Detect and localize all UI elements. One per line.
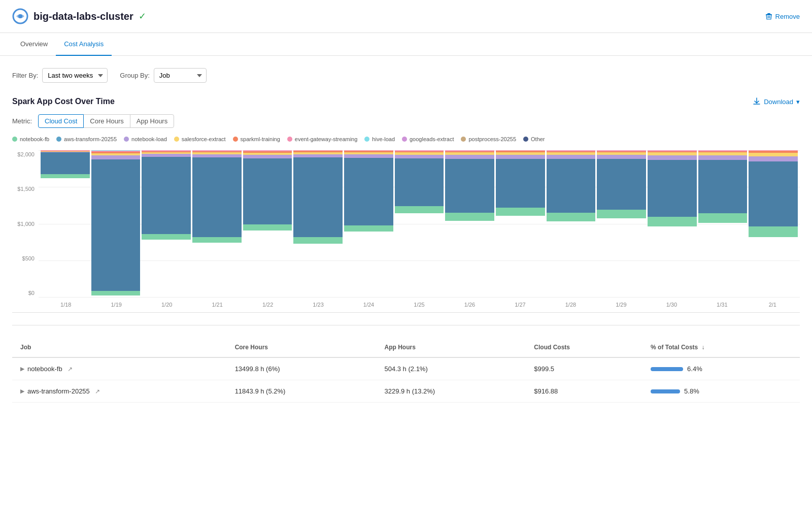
bar-segment [344, 158, 393, 225]
filter-by-label: Filter By: [12, 72, 38, 79]
metric-app-hours[interactable]: App Hours [130, 114, 174, 128]
sort-icon: ↓ [702, 344, 705, 351]
bar-segment [395, 206, 444, 213]
legend-dot-sparkml-training [233, 137, 238, 142]
x-label: 2/1 [748, 302, 798, 308]
legend-sparkml-training: sparkml-training [233, 136, 280, 142]
filter-bar: Filter By: Last two weeks Last week Last… [12, 68, 800, 83]
bar-group [344, 150, 393, 297]
x-label: 1/22 [243, 302, 293, 308]
bar-segment [547, 213, 596, 221]
bar-segment [445, 159, 494, 212]
progress-bar [651, 367, 683, 371]
legend-label-googleads-extract: googleads-extract [410, 136, 454, 142]
tab-cost-analysis[interactable]: Cost Analysis [56, 33, 112, 56]
bar-segment [749, 161, 798, 227]
svg-point-1 [18, 14, 22, 18]
expand-icon[interactable]: ▶ [20, 366, 24, 372]
cell-cloud-costs: $999.5 [526, 357, 642, 380]
download-chevron: ▾ [796, 98, 800, 106]
legend-label-other: Other [531, 136, 545, 142]
download-label: Download [764, 98, 793, 106]
legend-dot-notebook-load [124, 137, 129, 142]
table-row: ▶ aws-transform-20255 ↗ 11843.9 h (5.2%)… [12, 380, 800, 403]
bar-group [395, 150, 444, 297]
bar-segment [648, 217, 697, 226]
bar-segment [293, 237, 343, 244]
bar-segment [749, 226, 798, 237]
col-pct-total[interactable]: % of Total Costs ↓ [642, 338, 800, 357]
legend-label-salesforce-extract: salesforce-extract [182, 136, 226, 142]
cell-core-hours: 13499.8 h (6%) [227, 357, 377, 380]
bar-group [597, 150, 646, 297]
bar-segment [91, 291, 141, 295]
x-label: 1/23 [293, 302, 343, 308]
table-row: ▶ notebook-fb ↗ 13499.8 h (6%) 504.3 h (… [12, 357, 800, 380]
legend-postprocess: postprocess-20255 [461, 136, 516, 142]
x-label: 1/19 [91, 302, 141, 308]
expand-icon[interactable]: ▶ [20, 388, 24, 394]
legend-event-gateway: event-gateway-streaming [287, 136, 358, 142]
legend-label-hive-load: hive-load [372, 136, 395, 142]
legend-googleads-extract: googleads-extract [402, 136, 454, 142]
header: big-data-labs-cluster ✓ Remove Overview … [0, 0, 812, 56]
legend-notebook-load: notebook-load [124, 136, 167, 142]
bar-segment [597, 155, 646, 159]
x-label: 1/29 [596, 302, 646, 308]
x-label: 1/24 [344, 302, 394, 308]
cell-job: ▶ aws-transform-20255 ↗ [12, 380, 227, 403]
bar-segment [597, 210, 646, 218]
group-by-select[interactable]: Job User Application [154, 68, 207, 83]
tab-overview[interactable]: Overview [12, 33, 56, 56]
bar-segment [243, 224, 292, 230]
bar-segment [648, 160, 697, 217]
y-label-1500: $1,500 [17, 186, 35, 192]
chart-title: Spark App Cost Over Time [12, 97, 115, 106]
metric-core-hours[interactable]: Core Hours [83, 114, 130, 128]
legend-hive-load: hive-load [364, 136, 395, 142]
bar-segment [192, 157, 242, 237]
section-divider [12, 325, 800, 325]
legend-label-aws-transform: aws-transform-20255 [64, 136, 117, 142]
download-button[interactable]: Download ▾ [753, 97, 800, 106]
bar-segment [41, 174, 90, 178]
remove-button[interactable]: Remove [765, 13, 800, 20]
bar-segment [698, 155, 748, 160]
col-job: Job [12, 338, 227, 357]
filter-by-group: Filter By: Last two weeks Last week Last… [12, 68, 108, 83]
legend-aws-transform: aws-transform-20255 [56, 136, 117, 142]
external-link-icon[interactable]: ↗ [67, 366, 73, 373]
bar-segment [547, 159, 596, 212]
col-cloud-costs: Cloud Costs [526, 338, 642, 357]
tab-bar: Overview Cost Analysis [0, 33, 812, 56]
bar-segment [496, 208, 545, 216]
metric-cloud-cost[interactable]: Cloud Cost [38, 114, 84, 128]
y-label-1000: $1,000 [17, 221, 35, 227]
bar-segment [91, 159, 141, 291]
legend-dot-hive-load [364, 137, 369, 142]
external-link-icon[interactable]: ↗ [95, 388, 100, 395]
filter-by-select[interactable]: Last two weeks Last week Last month [42, 68, 108, 83]
bar-segment [91, 155, 141, 159]
legend-label-sparkml-training: sparkml-training [241, 136, 280, 142]
bar-segment [547, 155, 596, 159]
progress-bar [651, 389, 680, 393]
legend-dot-other [523, 137, 528, 142]
pct-text: 6.4% [687, 365, 702, 373]
group-by-label: Group By: [120, 72, 150, 79]
bar-segment [749, 156, 798, 161]
svg-rect-3 [767, 13, 770, 14]
legend-dot-salesforce-extract [174, 137, 179, 142]
remove-label: Remove [775, 13, 800, 20]
download-icon [753, 97, 761, 106]
legend-other: Other [523, 136, 545, 142]
col-app-hours: App Hours [376, 338, 526, 357]
bar-group [41, 150, 90, 297]
x-label: 1/28 [546, 302, 596, 308]
bar-segment [496, 155, 545, 159]
job-name: notebook-fb [27, 365, 62, 373]
bar-group [648, 150, 697, 297]
bar-segment [698, 160, 748, 213]
bar-group [192, 150, 242, 297]
x-label: 1/26 [445, 302, 495, 308]
